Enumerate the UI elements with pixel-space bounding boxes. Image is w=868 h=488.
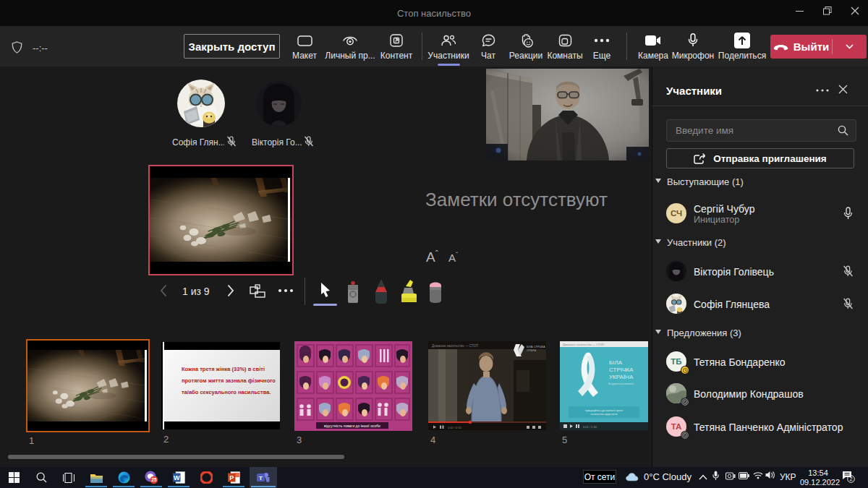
svg-text:P: P <box>229 474 234 481</box>
svg-text:W: W <box>173 474 179 481</box>
svg-text:T: T <box>259 475 263 481</box>
svg-text:2: 2 <box>849 476 852 482</box>
svg-text:відсутність поваги до іншої ос: відсутність поваги до іншої особи <box>324 424 380 428</box>
svg-text:насильства щодо жінок: насильства щодо жінок <box>590 413 618 416</box>
svg-text:Домашнє насильство — СТОП: Домашнє насильство — СТОП <box>432 344 478 348</box>
svg-text:СТРІЧКА: СТРІЧКА <box>609 367 634 373</box>
svg-text:приєднуйтесь до кампанії проти: приєднуйтесь до кампанії проти <box>585 409 623 412</box>
svg-text:0:02 / 0:55: 0:02 / 0:55 <box>448 426 462 429</box>
svg-text:25: 25 <box>151 477 157 482</box>
svg-text:БІЛА СТРІЧКА: БІЛА СТРІЧКА <box>527 346 545 348</box>
svg-text:Всеукраїнська кампанія: Всеукраїнська кампанія <box>608 382 634 385</box>
svg-text:УКРАЇНА: УКРАЇНА <box>527 349 537 352</box>
svg-text:БІЛА: БІЛА <box>609 359 623 366</box>
svg-text:УКРАЇНА: УКРАЇНА <box>609 374 634 380</box>
svg-text:0:01 / 1:30: 0:01 / 1:30 <box>583 425 597 429</box>
svg-text:Домашнє насильство — СТОП: Домашнє насильство — СТОП <box>563 343 604 346</box>
